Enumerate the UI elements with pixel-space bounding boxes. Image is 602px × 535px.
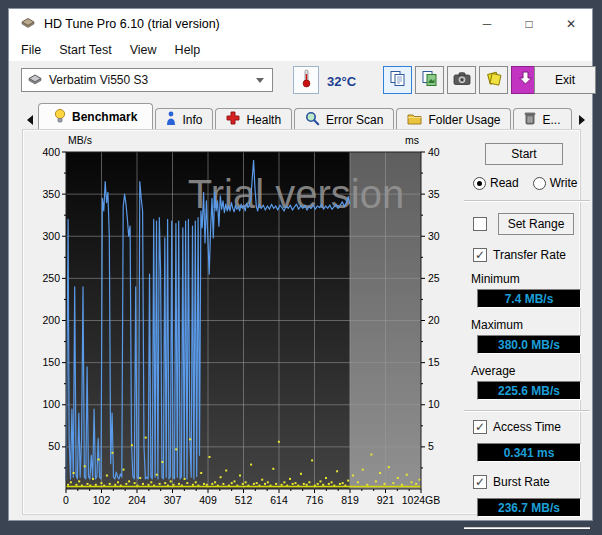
- access-time-row: Access Time: [473, 420, 590, 434]
- tab-benchmark[interactable]: Benchmark: [38, 103, 153, 130]
- svg-text:250: 250: [42, 272, 60, 284]
- svg-text:0: 0: [63, 494, 69, 506]
- svg-text:5: 5: [428, 440, 434, 452]
- burst-rate-checkbox[interactable]: [473, 475, 487, 489]
- health-cross-icon: [226, 111, 240, 128]
- svg-text:15: 15: [428, 356, 440, 368]
- close-button[interactable]: ✕: [550, 9, 592, 38]
- title-bar: HD Tune Pro 6.10 (trial version) ─ □ ✕: [9, 9, 592, 38]
- svg-text:409: 409: [199, 494, 217, 506]
- svg-text:102: 102: [93, 494, 111, 506]
- maximize-button[interactable]: □: [508, 9, 550, 38]
- svg-text:20: 20: [428, 314, 440, 326]
- svg-text:1024GB: 1024GB: [402, 494, 441, 506]
- write-radio[interactable]: [533, 177, 546, 190]
- copy-text-button[interactable]: [383, 66, 412, 94]
- screenshot-button[interactable]: [447, 66, 476, 94]
- tab-info[interactable]: Info: [155, 108, 213, 130]
- menu-help[interactable]: Help: [166, 43, 210, 57]
- maximum-label: Maximum: [471, 318, 590, 332]
- transfer-rate-label: Transfer Rate: [493, 248, 566, 262]
- svg-text:40: 40: [428, 146, 440, 158]
- benchmark-chart: Trial versionMB/sms400350300250200150100…: [18, 133, 460, 515]
- separator: [464, 410, 590, 412]
- svg-text:35: 35: [428, 188, 440, 200]
- svg-text:30: 30: [428, 230, 440, 242]
- trash-icon: [524, 111, 536, 128]
- read-radio[interactable]: [473, 177, 486, 190]
- average-label: Average: [471, 364, 590, 378]
- temperature-value: 32°C: [327, 74, 356, 89]
- save-results-button[interactable]: [479, 66, 508, 94]
- svg-text:307: 307: [164, 494, 182, 506]
- arrow-left-icon: [27, 115, 33, 125]
- maximum-value: 380.0 MB/s: [477, 335, 581, 354]
- svg-text:50: 50: [48, 440, 60, 452]
- svg-text:25: 25: [428, 272, 440, 284]
- tab-scroll-right-button[interactable]: [574, 109, 591, 130]
- write-radio-label: Write: [550, 176, 578, 190]
- folder-icon: [407, 112, 422, 128]
- minimize-button[interactable]: ─: [466, 9, 508, 38]
- transfer-rate-checkbox[interactable]: [473, 248, 487, 262]
- toolbar: Verbatim Vi550 S3 32°C: [9, 61, 592, 99]
- svg-text:100: 100: [42, 398, 60, 410]
- camera-icon: [453, 71, 471, 90]
- set-range-checkbox[interactable]: [473, 217, 487, 231]
- exit-button[interactable]: Exit: [534, 66, 596, 94]
- minimum-label: Minimum: [471, 272, 590, 286]
- thermometer-icon: [301, 68, 312, 92]
- access-time-checkbox[interactable]: [473, 420, 487, 434]
- tab-label: Benchmark: [72, 110, 137, 124]
- tab-health[interactable]: Health: [215, 108, 292, 130]
- tab-scroll-left-button[interactable]: [21, 109, 38, 130]
- tab-label: Health: [246, 113, 281, 127]
- tab-folder-usage[interactable]: Folder Usage: [396, 108, 511, 130]
- magnifier-icon: [305, 111, 320, 129]
- hard-drive-icon: [27, 74, 43, 86]
- svg-text:400: 400: [42, 146, 60, 158]
- chevron-down-icon: [256, 78, 264, 83]
- start-button[interactable]: Start: [485, 143, 563, 165]
- tab-label: E...: [542, 113, 560, 127]
- lightbulb-icon: [54, 108, 66, 127]
- window-title: HD Tune Pro 6.10 (trial version): [44, 17, 220, 31]
- svg-text:200: 200: [42, 314, 60, 326]
- tab-error-scan[interactable]: Error Scan: [294, 108, 394, 130]
- drive-select-dropdown[interactable]: Verbatim Vi550 S3: [21, 68, 273, 92]
- svg-text:204: 204: [128, 494, 146, 506]
- desktop-background: HD Tune Pro 6.10 (trial version) ─ □ ✕ F…: [0, 0, 602, 535]
- transfer-rate-row: Transfer Rate: [473, 248, 590, 262]
- read-radio-label: Read: [490, 176, 519, 190]
- burst-rate-label: Burst Rate: [493, 475, 550, 489]
- menu-bar: File Start Test View Help: [9, 38, 592, 61]
- arrow-right-icon: [579, 115, 585, 125]
- menu-file[interactable]: File: [12, 43, 50, 57]
- svg-text:10: 10: [428, 398, 440, 410]
- drive-select-value: Verbatim Vi550 S3: [49, 73, 148, 87]
- svg-text:512: 512: [235, 494, 253, 506]
- app-window: HD Tune Pro 6.10 (trial version) ─ □ ✕ F…: [8, 8, 593, 521]
- separator: [464, 527, 590, 529]
- separator: [464, 200, 590, 202]
- access-time-label: Access Time: [493, 420, 561, 434]
- average-value: 225.6 MB/s: [477, 381, 581, 400]
- minimum-value: 7.4 MB/s: [477, 289, 581, 308]
- svg-text:ms: ms: [405, 134, 419, 146]
- copy-image-button[interactable]: [415, 66, 444, 94]
- temperature-button[interactable]: [293, 66, 319, 94]
- download-arrow-icon: [518, 70, 533, 90]
- svg-text:350: 350: [42, 188, 60, 200]
- benchmark-controls: Start Read Write Set Range Transfer Rate…: [464, 137, 590, 535]
- window-controls: ─ □ ✕: [466, 9, 592, 38]
- tab-erase[interactable]: E...: [513, 108, 571, 130]
- set-range-button[interactable]: Set Range: [498, 213, 574, 235]
- menu-view[interactable]: View: [121, 43, 166, 57]
- menu-start-test[interactable]: Start Test: [50, 43, 121, 57]
- save-yellow-icon: [485, 70, 503, 91]
- svg-text:Trial version: Trial version: [188, 172, 404, 216]
- tab-bar: Benchmark Info Health Error Scan: [9, 103, 594, 130]
- toolbar-buttons: [383, 66, 540, 94]
- copy-image-icon: [421, 70, 438, 91]
- svg-text:921: 921: [377, 494, 395, 506]
